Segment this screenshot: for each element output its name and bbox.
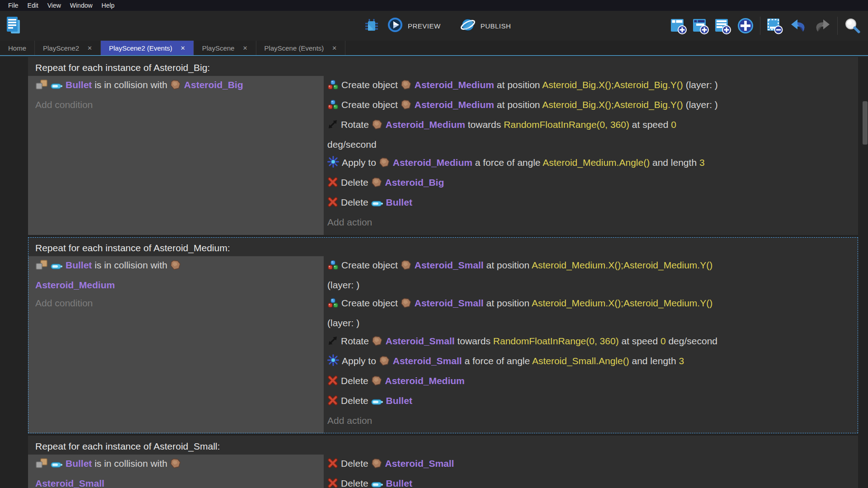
bullet-icon <box>371 195 383 213</box>
delete-icon <box>327 394 338 412</box>
asteroid-icon <box>371 175 382 193</box>
bullet-icon <box>371 394 383 412</box>
tab-playscene[interactable]: PlayScene✕ <box>194 41 256 55</box>
event-block[interactable]: Repeat for each instance of Asteroid_Big… <box>28 57 858 235</box>
action-row[interactable]: Create object Asteroid_Small at position… <box>327 294 853 332</box>
action-row[interactable]: Delete Asteroid_Small <box>327 455 853 474</box>
bullet-icon <box>371 476 383 488</box>
publish-button[interactable]: PUBLISH <box>460 17 511 35</box>
asteroid-icon <box>372 117 383 136</box>
menu-edit[interactable]: Edit <box>23 2 43 9</box>
gdevelop-logo-icon[interactable] <box>5 15 23 38</box>
object-name: Asteroid_Medium <box>415 80 494 90</box>
condition-row[interactable]: Bullet is in collision with Asteroid_Med… <box>35 256 318 294</box>
instruction-text: Delete <box>341 177 371 188</box>
conditions-column: Bullet is in collision with Asteroid_Big… <box>28 76 324 235</box>
expression-text: 3 <box>699 157 705 168</box>
add-new-icon[interactable] <box>737 17 754 34</box>
event-block[interactable]: Repeat for each instance of Asteroid_Sma… <box>28 436 858 488</box>
tab-playscene2[interactable]: PlayScene2✕ <box>35 41 101 55</box>
event-repeat-header: Repeat for each instance of Asteroid_Sma… <box>28 436 858 455</box>
menu-file[interactable]: File <box>4 2 23 9</box>
object-name: Asteroid_Small <box>35 478 104 488</box>
action-row[interactable]: Rotate Asteroid_Small towards RandomFloa… <box>327 332 853 352</box>
menu-view[interactable]: View <box>43 2 66 9</box>
action-row[interactable]: Delete Asteroid_Medium <box>327 372 853 392</box>
add-action-button[interactable]: Add action <box>327 213 853 231</box>
tab-close-icon[interactable]: ✕ <box>332 45 337 52</box>
debug-icon[interactable] <box>363 18 380 34</box>
instruction-text: a force of angle <box>462 356 532 366</box>
expression-text: Asteroid_Big.X();Asteroid_Big.Y() <box>542 80 683 90</box>
gdevelop-window: FileEditViewWindowHelp <box>0 0 868 488</box>
asteroid-icon <box>401 98 412 116</box>
vertical-scrollbar-thumb[interactable] <box>863 101 868 145</box>
instruction-text: is in collision with <box>92 80 170 90</box>
event-repeat-header: Repeat for each instance of Asteroid_Med… <box>28 237 858 256</box>
object-name: Asteroid_Medium <box>35 280 115 290</box>
instruction-text: at position <box>484 260 532 270</box>
instruction-text: Delete <box>341 478 371 488</box>
expression-text: 3 <box>679 356 684 366</box>
instruction-text: Delete <box>341 375 371 386</box>
tab-label: Home <box>8 44 26 52</box>
action-row[interactable]: Delete Bullet <box>327 193 853 213</box>
add-condition-button[interactable]: Add condition <box>35 96 318 114</box>
tab-label: PlayScene <box>202 44 235 52</box>
instruction-text: at speed <box>619 336 660 346</box>
conditions-column: Bullet is in collision with Asteroid_Sma… <box>28 455 324 488</box>
condition-row[interactable]: Bullet is in collision with Asteroid_Big <box>35 76 318 96</box>
action-row[interactable]: Create object Asteroid_Medium at positio… <box>327 96 853 116</box>
tab-close-icon[interactable]: ✕ <box>243 45 248 52</box>
instruction-text: Create object <box>341 80 401 90</box>
toolbar-separator <box>837 17 838 35</box>
expression-text: 0 <box>671 119 676 130</box>
event-repeat-header: Repeat for each instance of Asteroid_Big… <box>28 57 858 76</box>
actions-column: Delete Asteroid_SmallDelete BulletAdd ac… <box>324 455 858 488</box>
menu-help[interactable]: Help <box>97 2 119 9</box>
undo-icon[interactable] <box>789 18 807 34</box>
tab-home[interactable]: Home <box>0 41 35 55</box>
publish-globe-icon <box>460 17 476 35</box>
condition-row[interactable]: Bullet is in collision with Asteroid_Sma… <box>35 455 318 488</box>
collision-icon <box>35 78 48 96</box>
action-row[interactable]: Rotate Asteroid_Medium towards RandomFlo… <box>327 116 853 154</box>
bullet-icon <box>51 78 63 96</box>
delete-icon <box>327 476 338 488</box>
redo-icon[interactable] <box>813 18 831 34</box>
add-action-button[interactable]: Add action <box>327 412 853 430</box>
object-name: Asteroid_Medium <box>393 157 472 168</box>
tab-label: PlayScene2 <box>43 44 79 52</box>
action-row[interactable]: Create object Asteroid_Medium at positio… <box>327 76 853 96</box>
object-name: Asteroid_Big <box>385 177 444 188</box>
action-row[interactable]: Apply to Asteroid_Medium a force of angl… <box>327 154 853 174</box>
object-name: Bullet <box>66 80 92 90</box>
object-name: Asteroid_Medium <box>415 99 494 110</box>
preview-button[interactable]: PREVIEW <box>387 17 441 35</box>
menu-bar: FileEditViewWindowHelp <box>0 0 868 11</box>
tab-playscene2-events[interactable]: PlayScene2 (Events)✕ <box>101 41 194 55</box>
instruction-text: deg/second <box>327 139 377 150</box>
tab-playscene-events[interactable]: PlayScene (Events)✕ <box>256 41 346 55</box>
action-row[interactable]: Delete Bullet <box>327 474 853 488</box>
action-row[interactable]: Delete Asteroid_Big <box>327 174 853 193</box>
search-icon[interactable] <box>844 17 861 34</box>
add-condition-button[interactable]: Add condition <box>35 294 318 312</box>
object-name: Asteroid_Big <box>184 80 243 90</box>
object-name: Bullet <box>386 395 412 406</box>
event-block[interactable]: Repeat for each instance of Asteroid_Med… <box>28 237 858 433</box>
asteroid-icon <box>170 258 181 276</box>
tab-close-icon[interactable]: ✕ <box>87 45 92 52</box>
instruction-text: is in collision with <box>92 260 170 270</box>
tab-close-icon[interactable]: ✕ <box>180 45 185 52</box>
action-row[interactable]: Create object Asteroid_Small at position… <box>327 256 853 294</box>
add-comment-icon[interactable] <box>715 17 731 34</box>
delete-selection-icon[interactable] <box>766 17 783 34</box>
add-subevent-icon[interactable] <box>693 17 709 34</box>
action-row[interactable]: Delete Bullet <box>327 392 853 412</box>
create-object-icon <box>327 78 339 96</box>
action-row[interactable]: Apply to Asteroid_Small a force of angle… <box>327 352 853 372</box>
menu-window[interactable]: Window <box>66 2 97 9</box>
add-event-icon[interactable] <box>670 17 687 34</box>
expression-text: RandomFloatInRange(0, 360) <box>493 336 619 346</box>
